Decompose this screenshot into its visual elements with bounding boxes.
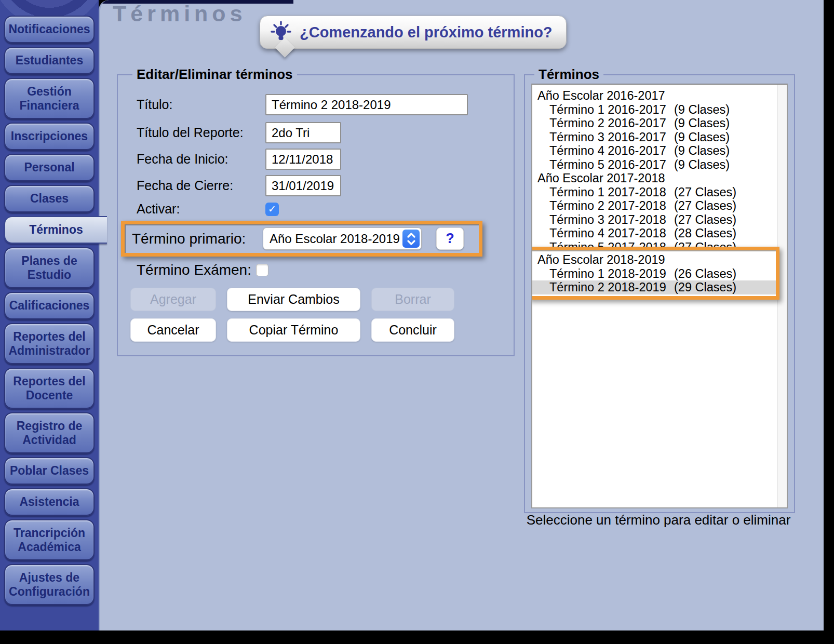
- term-label: Término 2 2018-2019: [549, 280, 674, 294]
- main-content-panel: Términos ¿Comenzando el próximo término?: [99, 0, 824, 630]
- sidebar-item-inscripciones[interactable]: Inscripciones: [4, 123, 95, 150]
- term-classes: (29 Clases): [674, 280, 736, 294]
- term-label: Término 3 2017-2018: [549, 213, 674, 227]
- fecha-cierre-label: Fecha de Cierre:: [129, 178, 265, 193]
- term-row[interactable]: Término 2 2017-2018(27 Clases): [532, 199, 777, 213]
- select-stepper-icon: [402, 230, 420, 248]
- activar-row: Activar: ✓: [129, 202, 505, 217]
- year-2018-2019-highlight-box: Año Escolar 2018-2019 Término 1 2018-201…: [531, 247, 779, 300]
- term-classes: (28 Clases): [674, 226, 736, 240]
- app-window: Términos ¿Comenzando el próximo término?: [0, 0, 834, 644]
- term-row[interactable]: Término 2 2016-2017(9 Clases): [532, 116, 777, 130]
- term-classes: (9 Clases): [674, 158, 730, 172]
- page-title: Términos: [113, 1, 247, 26]
- help-button[interactable]: ?: [436, 227, 464, 250]
- activar-checkbox[interactable]: ✓: [265, 203, 279, 216]
- reporte-row: Título del Reporte:: [129, 122, 505, 143]
- sidebar-item-reportes-del-docente[interactable]: Reportes del Docente: [4, 368, 95, 409]
- sidebar-item-ajustes-de-configuracion[interactable]: Ajustes de Configuración: [4, 564, 95, 605]
- sidebar-item-estudiantes[interactable]: Estudiantes: [4, 47, 95, 74]
- tip-bubble: ¿Comenzando el próximo término?: [260, 16, 567, 49]
- lightbulb-icon: [268, 20, 293, 45]
- term-label: Término 2 2017-2018: [549, 199, 674, 213]
- termino-primario-value: Año Escolar 2018-2019: [270, 232, 400, 246]
- titulo-input[interactable]: [265, 94, 468, 115]
- concluir-button[interactable]: Concluir: [371, 318, 454, 342]
- term-label: Término 4 2017-2018: [549, 226, 674, 240]
- fecha-cierre-row: Fecha de Cierre:: [129, 175, 505, 196]
- term-row-selected[interactable]: Término 2 2018-2019(29 Clases): [531, 280, 776, 294]
- term-classes: (9 Clases): [674, 116, 730, 130]
- sidebar-item-poblar-clases[interactable]: Poblar Clases: [4, 457, 95, 485]
- sidebar-item-gestion-financiera[interactable]: Gestión Financiera: [4, 78, 95, 119]
- primario-highlight-box: Término primario: Año Escolar 2018-2019 …: [121, 221, 482, 257]
- fecha-cierre-input[interactable]: [265, 175, 341, 196]
- term-classes: (27 Clases): [674, 199, 736, 213]
- tip-text: ¿Comenzando el próximo término?: [300, 24, 553, 41]
- fecha-inicio-row: Fecha de Inicio:: [129, 149, 505, 170]
- reporte-input[interactable]: [265, 122, 341, 143]
- sidebar-item-planes-de-estudio[interactable]: Planes de Estudio: [4, 247, 95, 288]
- term-classes: (9 Clases): [674, 103, 730, 117]
- year-row[interactable]: Año Escolar 2016-2017: [532, 89, 777, 103]
- term-classes: (26 Clases): [674, 267, 736, 281]
- term-row[interactable]: Término 4 2016-2017(9 Clases): [532, 144, 777, 158]
- cancelar-button[interactable]: Cancelar: [130, 318, 216, 342]
- enviar-cambios-button[interactable]: Enviar Cambios: [227, 288, 360, 311]
- agregar-button[interactable]: Agregar: [130, 288, 216, 311]
- fecha-inicio-input[interactable]: [265, 149, 341, 170]
- term-label: Término 4 2016-2017: [549, 144, 674, 158]
- terms-list-legend: Términos: [534, 66, 603, 83]
- titulo-row: Título:: [129, 94, 505, 115]
- term-label: Término 5 2016-2017: [549, 158, 674, 172]
- examen-row: Término Exámen:: [129, 262, 505, 278]
- term-label: Término 1 2016-2017: [549, 103, 674, 117]
- term-classes: (27 Clases): [674, 213, 736, 227]
- sidebar-item-registro-de-actividad[interactable]: Registro de Actividad: [4, 412, 95, 453]
- year-row[interactable]: Año Escolar 2017-2018: [532, 171, 777, 185]
- sidebar-item-clases[interactable]: Clases: [4, 185, 95, 212]
- year-label: Año Escolar 2016-2017: [537, 89, 665, 102]
- sidebar-item-notificaciones[interactable]: Notificaciones: [4, 16, 95, 43]
- termino-examen-label: Término Exámen:: [129, 262, 256, 278]
- button-row-2: Cancelar Copiar Término Concluir: [130, 318, 505, 342]
- term-row[interactable]: Término 3 2017-2018(27 Clases): [532, 213, 777, 227]
- sidebar-item-transcripcion-academica[interactable]: Trancripción Académica: [4, 519, 95, 560]
- sidebar-item-asistencia[interactable]: Asistencia: [4, 488, 95, 516]
- terms-list-fieldset: Términos Año Escolar 2016-2017 Término 1…: [524, 66, 795, 513]
- activar-label: Activar:: [129, 202, 265, 217]
- copiar-termino-button[interactable]: Copiar Término: [227, 318, 360, 342]
- term-label: Término 2 2016-2017: [549, 116, 674, 130]
- terms-listbox: Año Escolar 2016-2017 Término 1 2016-201…: [531, 84, 788, 508]
- term-classes: (9 Clases): [674, 130, 730, 144]
- titulo-label: Título:: [129, 97, 265, 112]
- term-row[interactable]: Término 1 2018-2019(26 Clases): [531, 267, 776, 281]
- button-row-1: Agregar Enviar Cambios Borrar: [130, 288, 505, 311]
- term-classes: (27 Clases): [674, 185, 736, 199]
- termino-primario-select[interactable]: Año Escolar 2018-2019: [263, 227, 422, 250]
- sidebar-item-personal[interactable]: Personal: [4, 154, 95, 181]
- reporte-label: Título del Reporte:: [129, 125, 265, 140]
- select-term-hint: Seleccione un término para editar o elim…: [516, 512, 801, 528]
- year-row[interactable]: Año Escolar 2018-2019: [531, 253, 776, 267]
- term-label: Término 1 2017-2018: [549, 185, 674, 199]
- term-row[interactable]: Término 3 2016-2017(9 Clases): [532, 130, 777, 144]
- term-label: Término 3 2016-2017: [549, 130, 674, 144]
- sidebar-item-reportes-del-administrador[interactable]: Reportes del Administrador: [4, 323, 95, 364]
- checkmark-icon: ✓: [268, 203, 276, 215]
- edit-terms-fieldset: Editar/Eliminar términos Título: Título …: [117, 66, 515, 356]
- sidebar-item-terminos[interactable]: Términos: [4, 216, 107, 244]
- term-label: Término 1 2018-2019: [549, 267, 674, 281]
- termino-primario-label: Término primario:: [126, 231, 263, 247]
- sidebar-item-calificaciones[interactable]: Calificaciones: [4, 292, 95, 319]
- term-row[interactable]: Término 1 2016-2017(9 Clases): [532, 103, 777, 117]
- borrar-button[interactable]: Borrar: [371, 288, 454, 311]
- term-row[interactable]: Término 1 2017-2018(27 Clases): [532, 185, 777, 199]
- sidebar-nav: Notificaciones Estudiantes Gestión Finan…: [0, 0, 99, 630]
- term-classes: (9 Clases): [674, 144, 730, 158]
- term-row[interactable]: Término 4 2017-2018(28 Clases): [532, 226, 777, 240]
- edit-terms-legend: Editar/Eliminar términos: [132, 66, 297, 83]
- terms-list-content: Año Escolar 2016-2017 Término 1 2016-201…: [532, 85, 777, 507]
- termino-examen-checkbox[interactable]: [256, 264, 268, 276]
- term-row[interactable]: Término 5 2016-2017(9 Clases): [532, 158, 777, 172]
